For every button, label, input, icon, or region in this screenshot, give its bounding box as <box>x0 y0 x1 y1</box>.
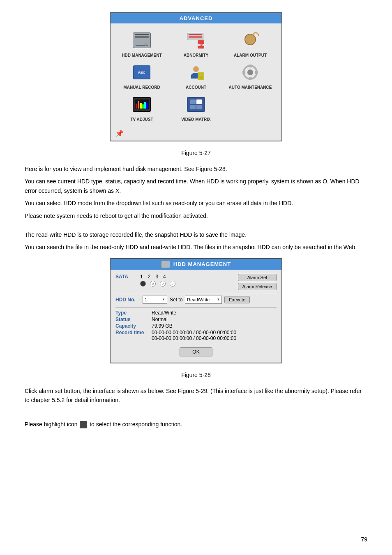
body-p2: You can see current HDD type, status, ca… <box>25 177 367 195</box>
tv-adjust-icon <box>131 94 152 115</box>
type-row: Type Read/Write <box>115 310 277 316</box>
set-to-label: Set to <box>170 297 182 303</box>
auto-maintenance-icon <box>240 62 261 83</box>
figure-27-container: ADVANCED HDD MANAGEMENT <box>25 12 367 141</box>
alarm-release-button[interactable]: Alarm Release <box>238 283 277 290</box>
sata-section: SATA 1 2 3 4 ○ ○ ○ Ala <box>115 274 277 290</box>
sata-circle-1[interactable] <box>140 281 146 287</box>
body-p1: Here is for you to view and implement ha… <box>25 164 367 173</box>
status-label: Status <box>115 317 148 322</box>
video-matrix-icon <box>185 94 207 115</box>
capacity-row: Capacity 79.99 GB <box>115 323 277 329</box>
record-time-row: Record time 00-00-00 00:00:00 / 00-00-00… <box>115 330 277 341</box>
abnormity-label: ABNORMITY <box>184 53 209 58</box>
divider-1 <box>115 293 277 293</box>
alarm-output-label: ALARM OUTPUT <box>234 53 267 58</box>
body-p3: You can select HDD mode from the dropdow… <box>25 199 367 208</box>
hdd-management-panel: HDD MANAGEMENT SATA 1 2 3 4 ○ ○ <box>110 258 282 363</box>
advanced-item-auto-maintenance[interactable]: AUTO MAINTENANCE <box>225 62 275 90</box>
advanced-item-abnormity[interactable]: error ABNORMITY <box>171 30 221 58</box>
footer-p1: Click alarm set button, the interface is… <box>25 386 367 405</box>
record-time-label: Record time <box>115 330 148 341</box>
sata-nums-col: 1 2 3 4 ○ ○ ○ <box>140 274 175 287</box>
pin-row: 📌 <box>111 128 281 141</box>
sata-num-1: 1 <box>140 274 143 280</box>
alarm-set-button[interactable]: Alarm Set <box>238 274 277 281</box>
auto-maintenance-label: AUTO MAINTENANCE <box>229 85 272 90</box>
footer-p2: Please highlight icon to select the corr… <box>25 420 367 429</box>
footer-p2-text: Please highlight icon <box>25 421 77 428</box>
sata-circle-3[interactable]: ○ <box>160 281 166 287</box>
capacity-label: Capacity <box>115 323 148 329</box>
sata-num-3: 3 <box>155 274 158 280</box>
abnormity-icon: error <box>185 30 207 51</box>
account-icon: 🔒 <box>185 62 207 83</box>
advanced-item-tv-adjust[interactable]: TV ADJUST <box>117 94 167 122</box>
sata-num-2: 2 <box>148 274 151 280</box>
sata-circle-4[interactable]: ○ <box>170 281 175 287</box>
hdd-title-icon <box>161 261 170 268</box>
advanced-item-manual-record[interactable]: REC MANUAL RECORD <box>117 62 167 90</box>
advanced-item-hdd[interactable]: HDD MANAGEMENT <box>117 30 167 58</box>
advanced-title: ADVANCED <box>111 13 281 23</box>
execute-button[interactable]: Execute <box>224 296 250 303</box>
manual-record-label: MANUAL RECORD <box>123 85 160 90</box>
sata-num-4: 4 <box>163 274 166 280</box>
status-value: Normal <box>152 317 168 322</box>
hdd-management-label: HDD MANAGEMENT <box>122 53 161 58</box>
advanced-panel: ADVANCED HDD MANAGEMENT <box>110 12 282 141</box>
status-row: Status Normal <box>115 317 277 322</box>
body-p4: Please note system needs to reboot to ge… <box>25 211 367 220</box>
read-write-value: Read/Write <box>187 297 210 302</box>
tv-adjust-label: TV ADJUST <box>130 117 153 122</box>
footer-p2b-text: to select the corresponding function. <box>90 421 182 428</box>
advanced-grid: HDD MANAGEMENT error ABNORMITY <box>111 23 281 128</box>
hdd-no-label: HDD No. <box>115 297 140 303</box>
video-matrix-label: VIDEO MATRIX <box>181 117 210 122</box>
body-p5: The read-write HDD is to storage recorde… <box>25 230 367 239</box>
record-time-val2: 00-00-00 00:00:00 / 00-00-00 00:00:00 <box>152 335 236 341</box>
sata-label: SATA <box>115 274 140 280</box>
figure-28-container: HDD MANAGEMENT SATA 1 2 3 4 ○ ○ <box>25 258 367 363</box>
figure-27-label: Figure 5-27 <box>25 150 367 156</box>
record-time-val1: 00-00-00 00:00:00 / 00-00-00 00:00:00 <box>152 330 236 335</box>
capacity-value: 79.99 GB <box>152 323 173 329</box>
page-number: 79 <box>361 536 367 543</box>
read-write-select[interactable]: Read/Write ▼ <box>185 296 222 304</box>
hdd-panel-title: HDD MANAGEMENT <box>173 261 231 267</box>
alarm-buttons-group: Alarm Set Alarm Release <box>238 274 277 290</box>
sata-circle-2[interactable]: ○ <box>150 281 156 287</box>
body-p6: You can search the file in the read-only… <box>25 243 367 252</box>
advanced-item-account[interactable]: 🔒 ACCOUNT <box>171 62 221 90</box>
sata-circles-row: ○ ○ ○ <box>140 281 175 287</box>
pin-icon: 📌 <box>115 130 124 137</box>
advanced-item-video-matrix[interactable]: VIDEO MATRIX <box>171 94 221 122</box>
type-label: Type <box>115 310 148 316</box>
highlight-icon-box <box>80 421 87 428</box>
read-write-dropdown-arrow: ▼ <box>217 298 220 301</box>
figure-28-label: Figure 5-28 <box>25 372 367 378</box>
hdd-icon <box>131 30 152 51</box>
ok-btn-row: OK <box>115 347 277 356</box>
hdd-no-select[interactable]: 1 ▼ <box>143 296 167 304</box>
hdd-no-dropdown-arrow: ▼ <box>162 298 165 301</box>
hdd-no-value: 1 <box>145 297 147 302</box>
manual-record-icon: REC <box>131 62 152 83</box>
type-value: Read/Write <box>152 310 176 316</box>
hdd-body: SATA 1 2 3 4 ○ ○ ○ Ala <box>111 270 281 363</box>
hdd-title-bar: HDD MANAGEMENT <box>111 259 281 270</box>
account-label: ACCOUNT <box>186 85 206 90</box>
hdd-no-row: HDD No. 1 ▼ Set to Read/Write ▼ Execute <box>115 296 277 304</box>
record-time-values: 00-00-00 00:00:00 / 00-00-00 00:00:00 00… <box>152 330 236 341</box>
alarm-output-icon <box>240 30 261 51</box>
ok-button[interactable]: OK <box>180 347 212 356</box>
advanced-item-alarm-output[interactable]: ALARM OUTPUT <box>225 30 275 58</box>
divider-2 <box>115 307 277 308</box>
sata-numbers-row: 1 2 3 4 <box>140 274 175 280</box>
